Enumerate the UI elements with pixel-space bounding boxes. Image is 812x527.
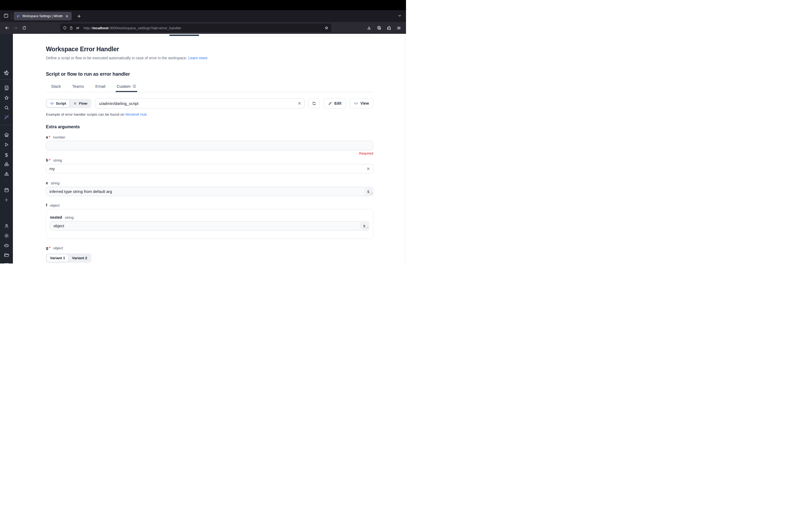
pencil-icon bbox=[328, 102, 332, 105]
flow-toggle-label: Flow bbox=[79, 102, 87, 105]
windmill-logo[interactable] bbox=[0, 70, 13, 76]
sidebar-item-settings[interactable] bbox=[0, 232, 13, 240]
reload-button[interactable] bbox=[20, 24, 28, 32]
chevron-down-icon bbox=[398, 14, 402, 19]
tab-title: Workspace Settings | Windmill bbox=[22, 14, 62, 18]
view-button-label: View bbox=[360, 101, 369, 105]
sidebar-item-workspace[interactable] bbox=[0, 85, 13, 92]
sidebar-item-resources[interactable] bbox=[0, 161, 13, 168]
refresh-button[interactable] bbox=[308, 98, 320, 108]
firefox-view-button[interactable] bbox=[2, 12, 10, 20]
browser-tab[interactable]: Workspace Settings | Windmill bbox=[14, 12, 72, 20]
extensions-button[interactable] bbox=[385, 24, 393, 32]
sidebar-item-schedules[interactable] bbox=[0, 171, 13, 178]
sidebar-item-calendar[interactable] bbox=[0, 187, 13, 194]
person-icon bbox=[4, 223, 10, 230]
field-type: string bbox=[51, 181, 60, 185]
sidebar-item-queues[interactable] bbox=[0, 261, 13, 264]
script-path-input[interactable] bbox=[95, 98, 305, 108]
tab-slack[interactable]: Slack bbox=[50, 82, 62, 92]
macos-menubar bbox=[0, 0, 406, 10]
sidebar-item-account[interactable] bbox=[0, 223, 13, 230]
downloads-button[interactable] bbox=[365, 24, 374, 32]
field-f-template-button[interactable]: $ bbox=[361, 223, 368, 229]
new-tab-button[interactable] bbox=[75, 12, 83, 20]
page-title: Workspace Error Handler bbox=[46, 46, 373, 53]
script-toggle-button[interactable]: Script bbox=[47, 100, 69, 107]
field-type: number bbox=[53, 135, 65, 139]
tab-close-button[interactable] bbox=[64, 14, 69, 18]
variant-1-button[interactable]: Variant 1 bbox=[47, 254, 68, 262]
extra-arguments-title: Extra arguments bbox=[46, 124, 373, 129]
settings-active-tab-indicator bbox=[170, 35, 199, 36]
tab-email[interactable]: Email bbox=[95, 82, 106, 92]
tab-custom[interactable]: Custom bbox=[116, 82, 137, 92]
bookmark-star-icon[interactable] bbox=[324, 26, 329, 30]
field-e-template-button[interactable]: $ bbox=[365, 188, 372, 195]
forward-button[interactable] bbox=[11, 24, 20, 32]
list-all-tabs-button[interactable] bbox=[396, 12, 403, 20]
windmill-favicon bbox=[16, 14, 20, 18]
shield-icon[interactable] bbox=[63, 26, 67, 30]
back-button[interactable] bbox=[3, 24, 11, 32]
app-sidebar: $ bbox=[0, 34, 13, 264]
page-info-icon[interactable] bbox=[69, 26, 73, 30]
field-name: nested bbox=[50, 215, 62, 220]
sidebar-item-workers[interactable] bbox=[0, 242, 13, 249]
folder-icon bbox=[4, 252, 10, 259]
field-f-object-box: nested string $ bbox=[46, 209, 373, 239]
pyramid-icon bbox=[4, 171, 10, 178]
example-hint: Example of error handler scripts can be … bbox=[46, 112, 373, 117]
sidebar-item-add[interactable] bbox=[0, 197, 13, 204]
sidebar-item-ai[interactable] bbox=[0, 114, 13, 121]
handler-type-tabs: Slack Teams Email Custom bbox=[46, 82, 373, 92]
view-button[interactable]: View bbox=[350, 98, 373, 108]
edit-button[interactable]: Edit bbox=[324, 98, 346, 108]
menu-button[interactable] bbox=[394, 24, 403, 32]
scrollbar-track[interactable] bbox=[405, 34, 405, 264]
building-icon bbox=[4, 85, 10, 92]
flow-icon bbox=[73, 102, 77, 105]
field-type: object bbox=[50, 204, 60, 207]
field-type: string bbox=[53, 158, 62, 162]
sidebar-item-home[interactable] bbox=[0, 132, 13, 139]
sidebar-item-folders[interactable] bbox=[0, 252, 13, 259]
field-b: b* string bbox=[46, 158, 373, 174]
flow-toggle-button[interactable]: Flow bbox=[70, 100, 90, 107]
windmill-hub-link[interactable]: Windmill Hub bbox=[126, 112, 147, 117]
variant-2-button[interactable]: Variant 2 bbox=[69, 254, 90, 262]
url-bar[interactable]: http://localhost:3000/workspace_settings… bbox=[60, 24, 331, 32]
required-marker: * bbox=[49, 135, 50, 139]
field-name: f bbox=[46, 203, 47, 207]
script-picker-row: Script Flow bbox=[46, 98, 373, 108]
section-title: Script or flow to run as error handler bbox=[46, 71, 373, 77]
tab-custom-label: Custom bbox=[117, 84, 130, 89]
url-text[interactable]: http://localhost:3000/workspace_settings… bbox=[84, 26, 322, 30]
field-e-input[interactable] bbox=[46, 187, 373, 196]
field-g-label: g* object bbox=[46, 246, 373, 250]
sidebar-item-favorites[interactable] bbox=[0, 95, 13, 102]
field-a-input[interactable] bbox=[46, 141, 373, 150]
sidebar-item-variables[interactable]: $ bbox=[0, 151, 13, 158]
edit-button-label: Edit bbox=[334, 101, 341, 105]
permissions-icon[interactable] bbox=[75, 26, 80, 30]
sidebar-item-search[interactable] bbox=[0, 105, 13, 111]
field-g: g* object Variant 1 Variant 2 foo string… bbox=[46, 246, 373, 264]
field-f-nested-input[interactable] bbox=[50, 221, 369, 230]
description-text: Define a script or flow to be executed a… bbox=[46, 56, 187, 60]
tab-teams[interactable]: Teams bbox=[71, 82, 85, 92]
script-flow-toggle: Script Flow bbox=[46, 99, 91, 108]
sidebar-item-runs[interactable] bbox=[0, 142, 13, 149]
calendar-icon bbox=[4, 187, 10, 194]
field-name: e bbox=[46, 181, 48, 185]
plus-icon bbox=[4, 197, 9, 204]
sidebar-divider bbox=[0, 79, 13, 80]
code-icon bbox=[50, 102, 54, 105]
learn-more-link[interactable]: Learn more bbox=[188, 56, 207, 60]
field-b-input[interactable] bbox=[46, 164, 373, 174]
field-b-clear-button[interactable] bbox=[366, 167, 370, 171]
clear-path-button[interactable] bbox=[298, 102, 302, 105]
account-button[interactable] bbox=[375, 24, 383, 32]
url-host: localhost bbox=[93, 26, 108, 30]
script-path-field bbox=[95, 98, 305, 108]
